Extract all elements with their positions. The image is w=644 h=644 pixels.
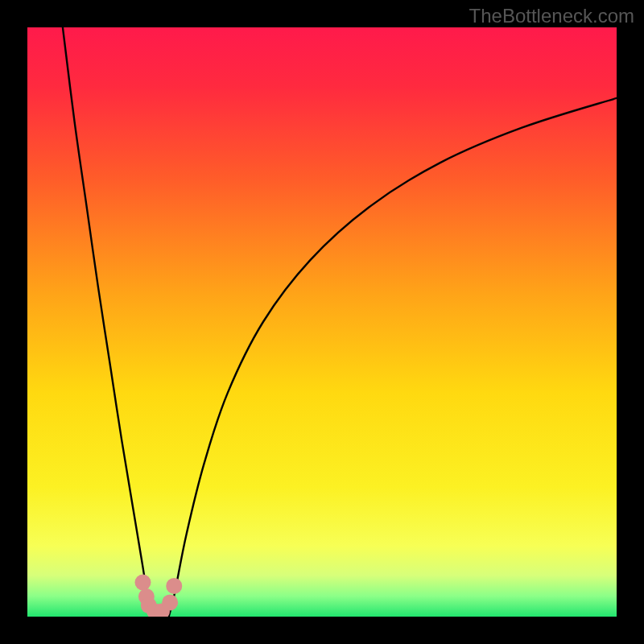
- chart-svg: [27, 27, 617, 617]
- data-marker: [134, 575, 151, 591]
- plot-area: [27, 27, 617, 617]
- data-marker: [166, 578, 182, 594]
- data-marker: [162, 594, 178, 610]
- watermark-text: TheBottleneck.com: [469, 5, 634, 27]
- chart-frame: TheBottleneck.com: [0, 0, 644, 644]
- gradient-background: [27, 27, 617, 617]
